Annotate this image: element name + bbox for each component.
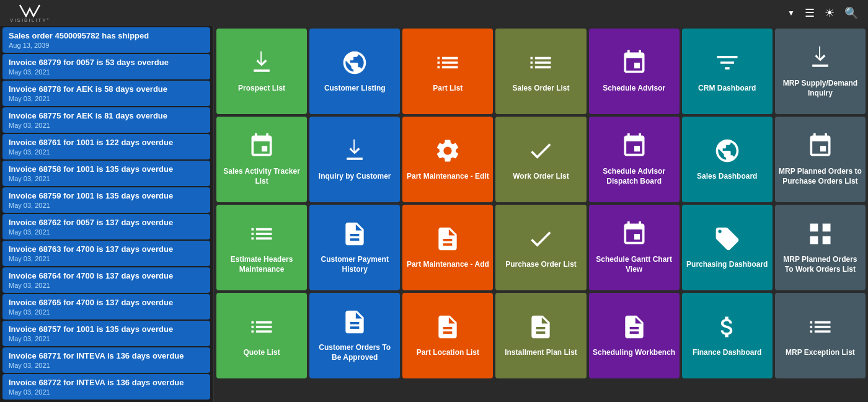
tile-part-location-list[interactable]: Part Location List: [402, 293, 493, 378]
tile-label: Schedule Gantt Chart View: [593, 255, 676, 274]
tile-customer-orders-to-be-approved[interactable]: Customer Orders To Be Approved: [309, 293, 400, 378]
grid-area: Prospect List Customer Listing Part List…: [214, 26, 868, 402]
tile-label: Part Maintenance - Add: [407, 260, 489, 270]
tile-label: Schedule Advisor Dispatch Board: [593, 167, 676, 186]
brand-label: VISIBILITY°: [10, 17, 50, 23]
sidebar-item[interactable]: Invoice 68778 for AEK is 58 days overdue…: [2, 81, 210, 106]
hamburger-icon[interactable]: ☰: [805, 6, 815, 20]
tile-inquiry-by-customer[interactable]: Inquiry by Customer: [309, 117, 400, 202]
tile-icon: [341, 308, 368, 343]
tile-label: Customer Listing: [324, 84, 386, 94]
tile-label: Installment Plan List: [505, 348, 577, 358]
tile-icon: [341, 220, 368, 255]
tile-icon: [807, 313, 834, 348]
tile-mrp-planned-orders-to-purchase-orders-list[interactable]: MRP Planned Orders to Purchase Orders Li…: [775, 117, 866, 202]
tile-purchasing-dashboard[interactable]: Purchasing Dashboard: [682, 205, 773, 290]
tile-label: MRP Planned Orders To Work Orders List: [779, 255, 862, 274]
tile-label: Scheduling Workbench: [593, 348, 675, 358]
tile-scheduling-workbench[interactable]: Scheduling Workbench: [589, 293, 680, 378]
tile-purchase-order-list[interactable]: Purchase Order List: [495, 205, 586, 290]
tile-icon: [621, 49, 648, 84]
sidebar-item[interactable]: Invoice 68771 for INTEVA is 136 days ove…: [2, 347, 210, 373]
sidebar: Sales order 4500095782 has shippedAug 13…: [0, 26, 214, 402]
sidebar-item[interactable]: Invoice 68761 for 1001 is 122 days overd…: [2, 134, 210, 159]
tile-label: Part Location List: [417, 348, 479, 358]
tile-part-maintenance---add[interactable]: Part Maintenance - Add: [402, 205, 493, 290]
tile-icon: [434, 137, 461, 172]
sidebar-item[interactable]: Invoice 68759 for 1001 is 135 days overd…: [2, 187, 210, 213]
tile-finance-dashboard[interactable]: Finance Dashboard: [682, 293, 773, 378]
tile-part-list[interactable]: Part List: [402, 29, 493, 114]
tile-work-order-list[interactable]: Work Order List: [495, 117, 586, 202]
tile-icon: [807, 220, 834, 255]
tile-label: MRP Supply/Demand Inquiry: [779, 79, 862, 98]
tile-label: Purchasing Dashboard: [686, 260, 768, 270]
sidebar-item[interactable]: Invoice 68775 for AEK is 81 days overdue…: [2, 107, 210, 133]
sidebar-item[interactable]: Invoice 68772 for INTEVA is 136 days ove…: [2, 374, 210, 400]
tile-label: Inquiry by Customer: [319, 172, 391, 182]
tile-sales-order-list[interactable]: Sales Order List: [495, 29, 586, 114]
tile-mrp-exception-list[interactable]: MRP Exception List: [775, 293, 866, 378]
tile-mrp-planned-orders-to-work-orders-list[interactable]: MRP Planned Orders To Work Orders List: [775, 205, 866, 290]
tile-icon: [621, 313, 648, 348]
tile-label: Sales Dashboard: [697, 172, 757, 182]
globe-icon[interactable]: ☀: [825, 6, 835, 20]
tile-icon: [248, 313, 275, 348]
tile-icon: [621, 132, 648, 167]
tile-label: Work Order List: [513, 172, 569, 182]
sidebar-item[interactable]: Invoice 68764 for 4700 is 137 days overd…: [2, 267, 210, 293]
tile-label: Sales Activity Tracker List: [220, 167, 303, 186]
tile-schedule-advisor[interactable]: Schedule Advisor: [589, 29, 680, 114]
search-icon[interactable]: 🔍: [844, 6, 858, 20]
tile-label: Finance Dashboard: [693, 348, 761, 358]
tile-icon: [527, 49, 554, 84]
tile-icon: [248, 132, 275, 167]
tile-icon: [807, 44, 834, 79]
tile-sales-activity-tracker-list[interactable]: Sales Activity Tracker List: [216, 117, 307, 202]
tile-part-maintenance---edit[interactable]: Part Maintenance - Edit: [402, 117, 493, 202]
tile-schedule-gantt-chart-view[interactable]: Schedule Gantt Chart View: [589, 205, 680, 290]
tile-icon: [248, 220, 275, 255]
tile-icon: [434, 49, 461, 84]
tile-label: MRP Exception List: [786, 348, 855, 358]
tile-label: Sales Order List: [512, 84, 569, 94]
sidebar-item[interactable]: Invoice 68779 for 0057 is 53 days overdu…: [2, 54, 210, 79]
tile-label: CRM Dashboard: [698, 84, 756, 94]
tile-mrp-supplydemand-inquiry[interactable]: MRP Supply/Demand Inquiry: [775, 29, 866, 114]
tile-label: Customer Payment History: [313, 255, 396, 274]
sidebar-item[interactable]: Invoice 68763 for 4700 is 137 days overd…: [2, 241, 210, 266]
sidebar-item[interactable]: Invoice 68762 for 0057 is 137 days overd…: [2, 214, 210, 239]
tile-icon: [527, 313, 554, 348]
tile-label: MRP Planned Orders to Purchase Orders Li…: [779, 167, 862, 186]
tile-label: Purchase Order List: [505, 260, 577, 270]
tile-icon: [807, 132, 834, 167]
tile-installment-plan-list[interactable]: Installment Plan List: [495, 293, 586, 378]
dropdown-arrow-icon[interactable]: ▼: [787, 9, 795, 17]
tile-label: Prospect List: [238, 84, 285, 94]
tile-customer-payment-history[interactable]: Customer Payment History: [309, 205, 400, 290]
tile-prospect-list[interactable]: Prospect List: [216, 29, 307, 114]
tile-estimate-headers-maintenance[interactable]: Estimate Headers Maintenance: [216, 205, 307, 290]
tile-sales-dashboard[interactable]: Sales Dashboard: [682, 117, 773, 202]
sidebar-item[interactable]: Invoice 68758 for 1001 is 135 days overd…: [2, 161, 210, 186]
tile-quote-list[interactable]: Quote List: [216, 293, 307, 378]
sidebar-item[interactable]: Invoice 68765 for 4700 is 137 days overd…: [2, 294, 210, 319]
tile-schedule-advisor-dispatch-board[interactable]: Schedule Advisor Dispatch Board: [589, 117, 680, 202]
sidebar-item[interactable]: Sales order 4500095782 has shippedAug 13…: [2, 27, 210, 53]
tile-grid: Prospect List Customer Listing Part List…: [216, 29, 866, 378]
header-right: ▼ ☰ ☀ 🔍: [777, 6, 858, 20]
header-left: VISIBILITY°: [10, 3, 58, 23]
tile-icon: [621, 220, 648, 255]
tile-crm-dashboard[interactable]: CRM Dashboard: [682, 29, 773, 114]
tile-label: Quote List: [243, 348, 280, 358]
tile-icon: [248, 49, 275, 84]
sidebar-item[interactable]: Invoice 68757 for 1001 is 135 days overd…: [2, 321, 210, 346]
tile-label: Part List: [433, 84, 463, 94]
tile-icon: [434, 313, 461, 348]
tile-icon: [341, 49, 368, 84]
tile-icon: [527, 225, 554, 260]
tile-customer-listing[interactable]: Customer Listing: [309, 29, 400, 114]
tile-icon: [714, 137, 741, 172]
tile-label: Estimate Headers Maintenance: [220, 255, 303, 274]
header: VISIBILITY° ▼ ☰ ☀ 🔍: [0, 0, 868, 26]
